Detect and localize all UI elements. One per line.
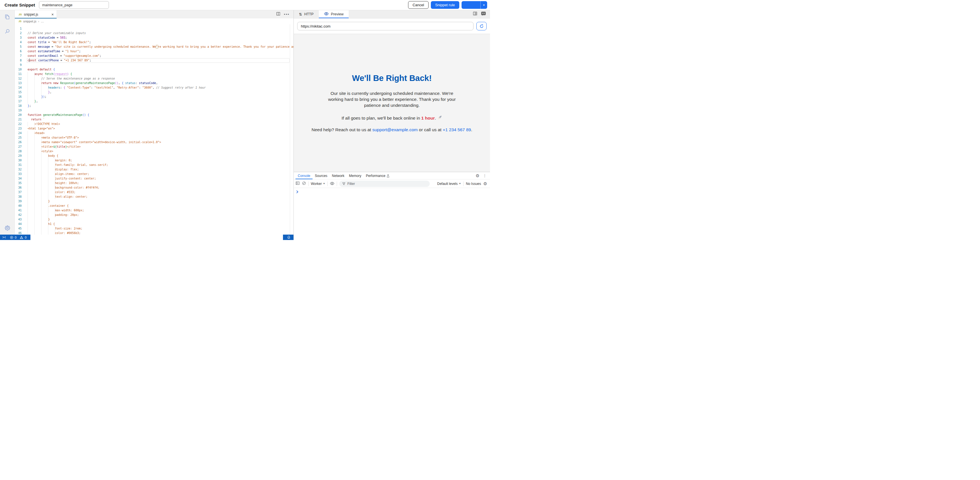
files-icon[interactable] [4,14,11,21]
snippet-name-input[interactable] [39,1,109,9]
line-number[interactable]: 23 [15,127,22,131]
code-line[interactable]: 3const statusCode = 503; [15,35,293,40]
line-number[interactable]: 25 [15,135,22,140]
code-line[interactable]: 12 // Serve the maintenance page as a re… [15,76,293,81]
line-number[interactable]: 32 [15,167,22,172]
remote-indicator-icon[interactable] [2,236,6,239]
clear-console-icon[interactable] [302,181,306,186]
line-number[interactable]: 20 [15,113,22,117]
line-number[interactable]: 21 [15,117,22,122]
line-number[interactable]: 28 [15,149,22,154]
line-number[interactable]: 40 [15,204,22,208]
cancel-button[interactable]: Cancel [408,1,429,9]
line-number[interactable]: 8 [15,58,22,63]
code-line[interactable]: 4const title = "We'll Be Right Back!"; [15,40,293,44]
console-tab-sources[interactable]: Sources [313,172,329,179]
code-line[interactable]: 9 [15,63,293,67]
code-line[interactable]: 17 }, [15,99,293,104]
line-number[interactable]: 31 [15,163,22,167]
code-line[interactable]: 34 justify-content: center; [15,176,293,181]
execution-context-select[interactable]: Worker▼ [311,182,325,186]
code-line[interactable]: 25 <meta charset="UTF-8"> [15,135,293,140]
live-expression-eye-icon[interactable] [330,181,334,186]
split-editor-icon[interactable] [276,12,280,17]
code-line[interactable]: 32 display: flex; [15,167,293,172]
log-levels-select[interactable]: Default levels▼ [437,182,461,186]
line-number[interactable]: 45 [15,227,22,231]
breadcrumb-more[interactable]: … [41,20,44,23]
line-number[interactable]: 16 [15,95,22,99]
line-number[interactable]: 44 [15,222,22,227]
code-line[interactable]: 23<html lang="en"> [15,127,293,131]
code-line[interactable]: 41 max-width: 600px; [15,208,293,213]
code-line[interactable]: 1 [15,27,293,31]
code-line[interactable]: 28 <style> [15,149,293,154]
code-line[interactable]: 42 padding: 20px; [15,213,293,217]
breadcrumb[interactable]: JS snippet.js › … [15,19,293,24]
code-line[interactable]: 39 } [15,199,293,204]
code-line[interactable]: 27 <title>${title}</title> [15,144,293,149]
book-icon[interactable] [473,11,477,17]
line-number[interactable]: 35 [15,181,22,185]
line-number[interactable]: 37 [15,190,22,195]
phone-link[interactable]: +1 234 567 89 [443,127,471,132]
devtools-settings-gear-icon[interactable]: ⚙ [476,174,479,178]
code-line[interactable]: 14 headers: { "Content-Type": "text/html… [15,86,293,90]
code-line[interactable]: 31 font-family: Arial, sans-serif; [15,163,293,167]
console-tab-performance[interactable]: Performance [363,172,392,179]
line-number[interactable]: 14 [15,86,22,90]
support-email-link[interactable]: support@example.com [372,127,418,132]
tab-close-icon[interactable]: × [51,13,54,16]
problems-indicator[interactable]: 0 0 [10,236,27,239]
code-line[interactable]: 8const contactPhone = "+1 234 567 89"; [15,58,293,63]
line-number[interactable]: 26 [15,140,22,144]
console-tab-console[interactable]: Console [296,172,313,179]
line-number[interactable]: 6 [15,49,22,54]
discord-icon[interactable] [481,11,486,17]
code-line[interactable]: 21 return ` [15,117,293,122]
line-number[interactable]: 7 [15,54,22,58]
line-number[interactable]: 9 [15,63,22,67]
code-line[interactable]: 13 return new Response(generateMaintenan… [15,81,293,86]
code-line[interactable]: 43 } [15,217,293,222]
line-number[interactable]: 33 [15,172,22,176]
code-line[interactable]: 5const message = "Our site is currently … [15,44,293,49]
line-number[interactable]: 18 [15,104,22,108]
line-number[interactable]: 12 [15,76,22,81]
devtools-kebab-menu-icon[interactable]: ⋮ [483,174,487,178]
line-number[interactable]: 46 [15,231,22,234]
url-input[interactable] [297,22,474,30]
code-line[interactable]: 24 <head> [15,131,293,135]
line-number[interactable]: 36 [15,185,22,190]
tab-preview[interactable]: Preview [319,10,348,18]
line-number[interactable]: 34 [15,176,22,181]
code-line[interactable]: 18}; [15,104,293,108]
code-line[interactable]: 7const contactEmail = "support@example.c… [15,54,293,58]
more-actions-icon[interactable]: ••• [284,12,290,16]
code-line[interactable]: 11 async fetch(request) { [15,72,293,76]
code-line[interactable]: 35 height: 100vh; [15,181,293,185]
code-line[interactable]: 29 body { [15,154,293,158]
console-tab-memory[interactable]: Memory [347,172,363,179]
line-number[interactable]: 13 [15,81,22,86]
line-number[interactable]: 4 [15,40,22,44]
tab-http[interactable]: ⇅ HTTP [294,10,319,18]
code-line[interactable]: 45 font-size: 2rem; [15,227,293,231]
code-editor[interactable]: 12// Define your customizable inputs3con… [15,24,293,234]
code-line[interactable]: 2// Define your customizable inputs [15,31,293,35]
code-line[interactable]: 46 color: #0056b3; [15,231,293,234]
code-line[interactable]: 44 h1 { [15,222,293,227]
code-line[interactable]: 36 background-color: #f4f4f4; [15,185,293,190]
line-number[interactable]: 17 [15,99,22,104]
search-icon[interactable] [4,28,11,35]
console-settings-gear-icon[interactable]: ⚙ [484,182,487,186]
code-line[interactable]: 16 }); [15,95,293,99]
line-number[interactable]: 19 [15,108,22,113]
line-number[interactable]: 30 [15,158,22,163]
code-line[interactable]: 40 .container { [15,204,293,208]
status-item-2[interactable]: UTF-8 [153,236,161,239]
line-number[interactable]: 41 [15,208,22,213]
console-tab-network[interactable]: Network [329,172,347,179]
deploy-dropdown-button[interactable]: ▾ [480,1,487,9]
code-line[interactable]: 22 <!DOCTYPE html> [15,122,293,127]
